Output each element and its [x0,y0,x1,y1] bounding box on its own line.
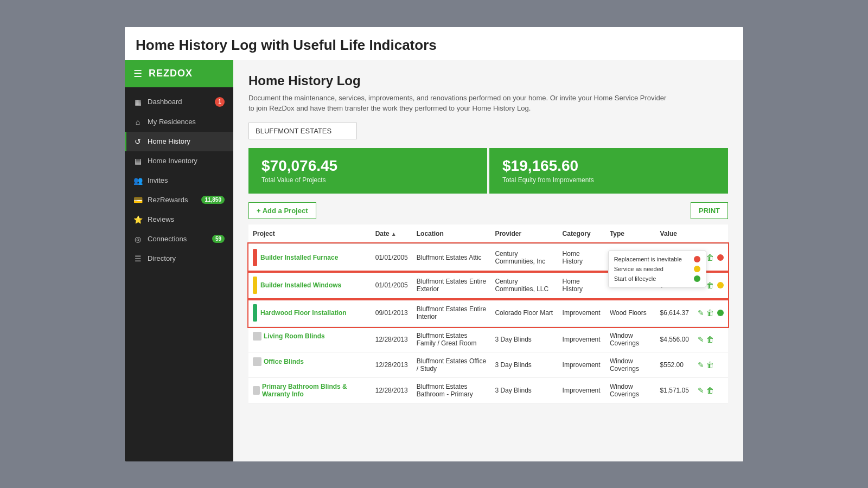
home-history-icon: ↺ [133,137,142,146]
badge-dashboard: 1 [215,97,225,107]
stats-row: $70,076.45Total Value of Projects$19,165… [248,148,728,194]
sidebar-item-directory[interactable]: ☰Directory [125,249,233,268]
reviews-icon: ⭐ [133,215,142,224]
sidebar-item-label-rezrewards: RezRewards [148,196,196,204]
tooltip-item-0: Replacement is inevitable [614,254,700,264]
td-location-0: Bluffmont Estates Attic [412,243,491,272]
directory-icon: ☰ [133,254,142,263]
lifecycle-bar-0 [253,249,257,266]
delete-icon-3[interactable]: 🗑 [706,335,714,344]
th-2: Location [412,224,491,243]
td-actions-5: ✎🗑 [693,378,728,403]
th-1: Date▲ [371,224,412,243]
tooltip-dot-2 [694,275,700,282]
page-title-bar: Home History Log with Useful Life Indica… [125,27,743,60]
rezrewards-icon: 💳 [133,196,142,204]
sidebar-item-reviews[interactable]: ⭐Reviews [125,210,233,229]
sidebar-item-label-invites: Invites [148,176,225,184]
td-actions-2: ✎🗑 [693,299,728,327]
project-link-2[interactable]: Hardwood Floor Installation [260,309,347,317]
tooltip-popup: Replacement is inevitableService as need… [608,251,706,287]
delete-icon-1[interactable]: 🗑 [706,281,714,290]
sidebar-item-dashboard[interactable]: ▦Dashboard1 [125,92,233,112]
td-provider-0: Century Communities, Inc [490,243,558,272]
sidebar-item-invites[interactable]: 👥Invites [125,171,233,190]
dashboard-icon: ▦ [133,98,142,106]
hamburger-icon[interactable]: ☰ [133,68,142,80]
app-container: ☰ REZDOX ▦Dashboard1⌂My Residences↺Home … [125,60,743,461]
td-provider-4: 3 Day Blinds [490,352,558,378]
td-project-5: Primary Bathroom Blinds & Warranty Info [248,378,371,403]
delete-icon-2[interactable]: 🗑 [706,309,714,317]
page-title: Home History Log with Useful Life Indica… [136,37,732,54]
badge-rezrewards: 11,850 [201,196,225,204]
tooltip-label-1: Service as needed [614,266,663,272]
project-link-5[interactable]: Primary Bathroom Blinds & Warranty Info [262,383,367,398]
th-0: Project [248,224,371,243]
td-value-2: $6,614.37 [656,299,693,327]
delete-icon-5[interactable]: 🗑 [706,386,714,395]
sidebar-item-home-inventory[interactable]: ▤Home Inventory [125,151,233,171]
indicator-dot-1 [717,282,724,288]
td-location-5: Bluffmont Estates Bathroom - Primary [412,378,491,403]
th-6: Value [656,224,693,243]
section-desc: Document the maintenance, services, impr… [248,93,672,114]
dropdown-wrapper: BLUFFMONT ESTATES [248,123,728,139]
td-date-5: 12/28/2013 [371,378,412,403]
table-head: ProjectDate▲LocationProviderCategoryType… [248,224,728,243]
td-category-4: Improvement [558,352,605,378]
td-date-4: 12/28/2013 [371,352,412,378]
td-type-5: Window Coverings [605,378,656,403]
sidebar-item-rezrewards[interactable]: 💳RezRewards11,850 [125,190,233,210]
badge-connections: 59 [212,235,225,243]
td-type-2: Wood Floors [605,299,656,327]
lifecycle-bar-1 [253,277,257,294]
project-link-0[interactable]: Builder Installed Furnace [260,254,338,261]
td-date-1: 01/01/2005 [371,272,412,299]
td-provider-3: 3 Day Blinds [490,327,558,352]
table-row-3: Living Room Blinds12/28/2013Bluffmont Es… [248,327,728,352]
add-project-button[interactable]: + Add a Project [248,202,316,219]
project-link-3[interactable]: Living Room Blinds [264,332,325,340]
invites-icon: 👥 [133,176,142,185]
stat-card-1: $19,165.60Total Equity from Improvements [489,148,728,194]
sidebar-item-connections[interactable]: ◎Connections59 [125,229,233,249]
stat-card-0: $70,076.45Total Value of Projects [248,148,487,194]
sidebar-item-my-residences[interactable]: ⌂My Residences [125,112,233,132]
tooltip-dot-0 [694,256,700,262]
td-actions-3: ✎🗑 [693,327,728,352]
table-header-row: ProjectDate▲LocationProviderCategoryType… [248,224,728,243]
stat-value-1: $19,165.60 [502,158,715,175]
td-category-5: Improvement [558,378,605,403]
delete-icon-0[interactable]: 🗑 [706,253,714,262]
td-location-1: Bluffmont Estates Entire Exterior [412,272,491,299]
tooltip-dot-1 [694,266,700,272]
delete-icon-4[interactable]: 🗑 [706,361,714,369]
project-link-1[interactable]: Builder Installed Windows [260,281,341,289]
edit-icon-3[interactable]: ✎ [698,335,704,344]
edit-icon-4[interactable]: ✎ [698,361,704,369]
main-content: Home History Log Document the maintenanc… [233,60,743,461]
th-3: Provider [490,224,558,243]
td-project-4: Office Blinds [248,352,371,371]
location-dropdown[interactable]: BLUFFMONT ESTATES [248,123,357,139]
td-project-1: Builder Installed Windows [248,272,371,299]
td-date-3: 12/28/2013 [371,327,412,352]
th-5: Type [605,224,656,243]
td-project-2: Hardwood Floor Installation [248,299,371,326]
table-wrapper: ProjectDate▲LocationProviderCategoryType… [248,224,728,403]
project-link-4[interactable]: Office Blinds [264,358,304,365]
td-provider-5: 3 Day Blinds [490,378,558,403]
sidebar-item-label-reviews: Reviews [148,215,225,223]
stat-label-0: Total Value of Projects [261,176,474,184]
home-inventory-icon: ▤ [133,157,142,165]
sidebar-item-home-history[interactable]: ↺Home History [125,132,233,151]
connections-icon: ◎ [133,235,142,243]
edit-icon-5[interactable]: ✎ [698,386,704,395]
img-thumb-5 [253,386,260,395]
tooltip-item-1: Service as needed [614,264,700,274]
edit-icon-2[interactable]: ✎ [698,309,704,317]
td-category-2: Improvement [558,299,605,327]
print-button[interactable]: PRINT [691,202,728,219]
sidebar-item-label-home-history: Home History [148,137,225,145]
